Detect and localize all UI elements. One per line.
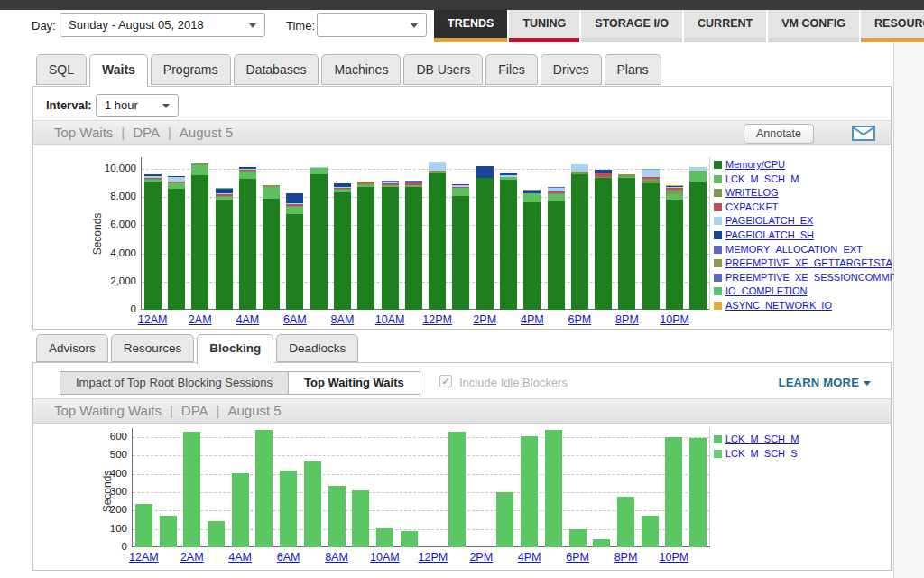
- time-select[interactable]: [317, 13, 427, 37]
- bar-segment[interactable]: [548, 187, 565, 188]
- bar-segment[interactable]: [666, 188, 683, 190]
- bar-segment[interactable]: [263, 186, 280, 187]
- bar-segment[interactable]: [334, 190, 351, 192]
- bar-segment[interactable]: [429, 171, 446, 173]
- bar-segment[interactable]: [548, 188, 565, 191]
- bar-segment[interactable]: [286, 207, 303, 214]
- x-axis-label[interactable]: 4AM: [225, 313, 270, 326]
- tab-waits[interactable]: Waits: [89, 54, 148, 87]
- bar-segment[interactable]: [548, 201, 565, 310]
- tab-resources[interactable]: RESOURCES: [861, 10, 924, 42]
- x-axis-label[interactable]: 10PM: [651, 551, 697, 564]
- bar-segment[interactable]: [548, 191, 565, 193]
- bar-segment[interactable]: [239, 169, 256, 170]
- bar-segment[interactable]: [689, 438, 707, 547]
- bar-segment[interactable]: [666, 185, 683, 186]
- legend-label[interactable]: ASYNC_NETWORK_IO: [725, 300, 832, 311]
- bar-segment[interactable]: [666, 190, 683, 194]
- bar-segment[interactable]: [216, 196, 233, 197]
- bar-segment[interactable]: [239, 167, 256, 169]
- legend-label[interactable]: LCK_M_SCH_M: [725, 173, 799, 184]
- bar-segment[interactable]: [263, 199, 280, 310]
- tab-trends[interactable]: TRENDS: [434, 10, 507, 42]
- bar-segment[interactable]: [286, 214, 303, 310]
- tab-vm-config[interactable]: VM CONFIG: [768, 10, 859, 42]
- x-axis-label[interactable]: 6PM: [555, 551, 600, 564]
- bar-segment[interactable]: [286, 193, 303, 203]
- bar-segment[interactable]: [618, 178, 635, 310]
- legend-label[interactable]: CXPACKET: [725, 201, 778, 212]
- bar-segment[interactable]: [357, 182, 374, 183]
- bar-segment[interactable]: [357, 182, 374, 182]
- bar-segment[interactable]: [376, 528, 393, 547]
- bar-segment[interactable]: [689, 167, 707, 171]
- legend-label[interactable]: LCK_M_SCH_M: [725, 434, 799, 444]
- bar-segment[interactable]: [405, 185, 422, 187]
- bar-segment[interactable]: [382, 181, 399, 182]
- bar-segment[interactable]: [280, 471, 297, 547]
- bar-segment[interactable]: [334, 188, 351, 189]
- tab-programs[interactable]: Programs: [151, 54, 231, 85]
- bar-segment[interactable]: [642, 169, 660, 170]
- bar-segment[interactable]: [595, 178, 612, 310]
- bar-segment[interactable]: [334, 187, 351, 188]
- bar-segment[interactable]: [476, 178, 494, 310]
- legend-item[interactable]: PAGEIOLATCH_SH: [714, 226, 894, 240]
- x-axis-label[interactable]: 6PM: [557, 313, 602, 326]
- bar-segment[interactable]: [448, 432, 466, 547]
- bar-segment[interactable]: [382, 182, 399, 182]
- x-axis-label[interactable]: 10AM: [367, 313, 412, 326]
- x-axis-label[interactable]: 12AM: [130, 313, 175, 326]
- bar-segment[interactable]: [452, 185, 469, 187]
- bar-segment[interactable]: [328, 486, 346, 547]
- bar-segment[interactable]: [429, 173, 446, 310]
- bar-segment[interactable]: [452, 184, 469, 185]
- bar-segment[interactable]: [500, 173, 517, 175]
- bar-segment[interactable]: [263, 185, 280, 186]
- bar-segment[interactable]: [168, 189, 185, 310]
- bar-segment[interactable]: [523, 202, 541, 310]
- legend-item[interactable]: MEMORY_ALLOCATION_EXT: [714, 240, 894, 255]
- x-axis-label[interactable]: 10PM: [652, 313, 698, 326]
- legend-item[interactable]: WRITELOG: [714, 183, 894, 198]
- x-axis-label[interactable]: 6AM: [273, 313, 318, 326]
- bar-segment[interactable]: [642, 170, 660, 177]
- bar-segment[interactable]: [521, 436, 538, 547]
- bar-segment[interactable]: [304, 461, 321, 547]
- bar-segment[interactable]: [310, 174, 328, 310]
- legend-item[interactable]: IO_COMPLETION: [714, 282, 894, 296]
- bar-segment[interactable]: [168, 182, 185, 183]
- bar-segment[interactable]: [382, 187, 399, 310]
- legend-item[interactable]: LCK_M_SCH_S: [714, 444, 894, 459]
- tab-sql[interactable]: SQL: [36, 54, 87, 85]
- bar-segment[interactable]: [405, 187, 422, 310]
- x-axis-label[interactable]: 4PM: [510, 313, 555, 326]
- legend-label[interactable]: IO_COMPLETION: [725, 285, 807, 296]
- bar-segment[interactable]: [500, 175, 517, 177]
- bar-segment[interactable]: [452, 187, 469, 188]
- bar-segment[interactable]: [665, 437, 682, 547]
- legend-label[interactable]: PAGEIOLATCH_EX: [725, 215, 813, 226]
- bar-segment[interactable]: [496, 492, 513, 547]
- legend-item[interactable]: Memory/CPU: [714, 155, 894, 170]
- x-axis-label[interactable]: 4AM: [217, 551, 263, 564]
- bar-segment[interactable]: [144, 176, 162, 178]
- bar-segment[interactable]: [216, 193, 233, 194]
- bar-segment[interactable]: [334, 189, 351, 190]
- bar-segment[interactable]: [232, 473, 249, 547]
- x-axis-label[interactable]: 4PM: [507, 551, 552, 564]
- x-axis-label[interactable]: 12PM: [411, 551, 456, 564]
- bar-segment[interactable]: [666, 194, 683, 200]
- bar-segment[interactable]: [523, 193, 541, 202]
- x-axis-label[interactable]: 10AM: [362, 551, 407, 564]
- bar-segment[interactable]: [216, 197, 233, 200]
- bar-segment[interactable]: [500, 180, 517, 310]
- tab-machines[interactable]: Machines: [321, 54, 401, 85]
- x-axis-label[interactable]: 12AM: [121, 551, 166, 564]
- tab-deadlocks[interactable]: Deadlocks: [276, 334, 358, 362]
- legend-label[interactable]: PREEMPTIVE_XE_GETTARGETSTA: [725, 257, 892, 268]
- bar-segment[interactable]: [286, 204, 303, 206]
- bar-segment[interactable]: [216, 189, 233, 193]
- bar-segment[interactable]: [216, 194, 233, 196]
- bar-segment[interactable]: [208, 521, 225, 547]
